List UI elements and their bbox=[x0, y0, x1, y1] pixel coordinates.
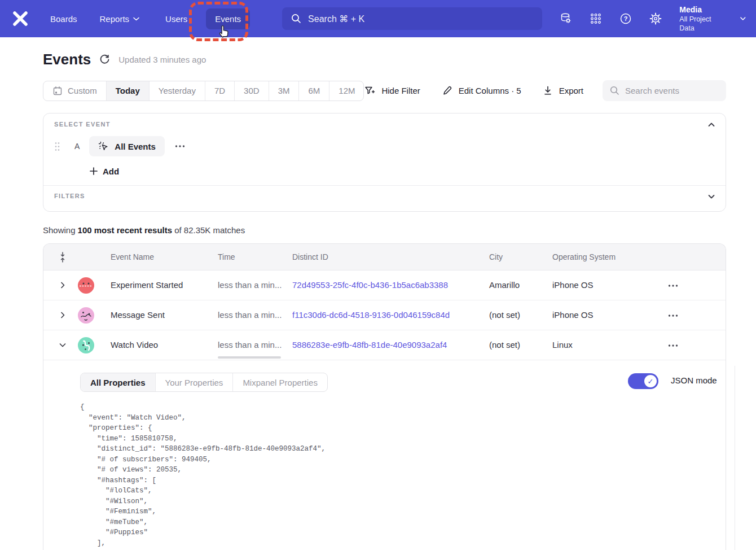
table-row[interactable]: Experiment Started less than a min... 72… bbox=[43, 270, 726, 300]
sort-order-icon[interactable] bbox=[59, 251, 66, 263]
collapse-row-icon[interactable] bbox=[58, 341, 67, 350]
summary-prefix: Showing bbox=[43, 225, 76, 235]
tab-your-properties[interactable]: Your Properties bbox=[155, 373, 233, 391]
collapse-section-icon[interactable] bbox=[707, 120, 716, 129]
export-button[interactable]: Export bbox=[543, 85, 583, 96]
table-row-expanded[interactable]: Watch Video less than a min... 5886283e-… bbox=[43, 330, 726, 360]
cell-distinct-id[interactable]: f11c30d6-dc6d-4518-9136-0d046159c84d bbox=[292, 300, 450, 330]
step-letter: A bbox=[74, 142, 80, 151]
column-header-city: City bbox=[489, 244, 503, 270]
results-summary: Showing 100 most recent results of 82.35… bbox=[43, 225, 245, 235]
json-mode-label: JSON mode bbox=[671, 376, 717, 385]
tab-all-properties[interactable]: All Properties bbox=[81, 373, 155, 391]
json-line: "#Puppies" bbox=[80, 527, 326, 538]
date-range-label: Yesterday bbox=[159, 86, 196, 95]
date-range-6m[interactable]: 6M bbox=[298, 81, 329, 101]
date-range-selector: Custom Today Yesterday 7D 30D 3M 6M 12M bbox=[43, 81, 364, 101]
json-line: ], bbox=[80, 538, 326, 549]
search-icon bbox=[610, 86, 619, 95]
expand-row-icon[interactable] bbox=[58, 311, 67, 320]
panel-scrollbar-track[interactable] bbox=[735, 366, 735, 550]
json-line: "#meTube", bbox=[80, 517, 326, 528]
row-actions-button[interactable] bbox=[666, 309, 680, 322]
apps-grid-icon[interactable] bbox=[590, 12, 602, 25]
section-divider bbox=[43, 185, 726, 186]
global-search-label: Search ⌘ + K bbox=[308, 14, 364, 24]
expand-filters-icon[interactable] bbox=[707, 192, 716, 201]
hide-filter-label: Hide Filter bbox=[381, 86, 420, 95]
horizontal-scrollbar[interactable] bbox=[218, 356, 281, 359]
search-events-input[interactable] bbox=[603, 80, 726, 101]
cursor-pointer-icon bbox=[218, 24, 231, 38]
nav-item-users[interactable]: Users bbox=[165, 14, 187, 24]
settings-gear-icon[interactable] bbox=[649, 12, 662, 25]
nav-item-label: Reports bbox=[100, 14, 130, 24]
nav-item-reports[interactable]: Reports bbox=[100, 14, 140, 24]
help-icon[interactable]: ? bbox=[619, 12, 632, 25]
query-builder-card: SELECT EVENT A bbox=[43, 113, 726, 212]
json-viewer: { "event": "Watch Video", "properties": … bbox=[80, 402, 326, 548]
date-range-label: Custom bbox=[68, 86, 97, 95]
column-header-distinct-id: Distinct ID bbox=[292, 244, 328, 270]
cell-distinct-id[interactable]: 72d49553-25fc-4f0c-b436-1b5ac6ab3388 bbox=[292, 270, 448, 300]
cell-time: less than a min... bbox=[218, 300, 282, 330]
edit-columns-button[interactable]: Edit Columns · 5 bbox=[442, 85, 521, 96]
cell-os: iPhone OS bbox=[552, 300, 594, 330]
svg-text:?: ? bbox=[624, 15, 628, 22]
event-selector-chip[interactable]: All Events bbox=[89, 136, 165, 156]
edit-columns-label: Edit Columns · 5 bbox=[459, 86, 521, 95]
chevron-down-icon[interactable] bbox=[739, 15, 747, 23]
ellipsis-icon bbox=[175, 145, 185, 147]
json-line: "#lolCats", bbox=[80, 486, 326, 496]
summary-count: 100 most recent results bbox=[78, 225, 173, 235]
row-actions-button[interactable] bbox=[666, 279, 680, 293]
table-row[interactable]: Message Sent less than a min... f11c30d6… bbox=[43, 300, 726, 330]
cell-event-name: Experiment Started bbox=[111, 270, 183, 300]
json-line: "#hashtags": [ bbox=[80, 475, 326, 486]
nav-item-boards[interactable]: Boards bbox=[50, 14, 77, 24]
json-line: "# of views": 20535, bbox=[80, 465, 326, 475]
nav-item-label: Boards bbox=[50, 14, 77, 24]
cell-distinct-id[interactable]: 5886283e-e9fb-48fb-81de-40e9093a2af4 bbox=[292, 330, 447, 360]
date-range-7d[interactable]: 7D bbox=[205, 81, 234, 101]
json-mode-toggle[interactable]: ✓ bbox=[628, 373, 658, 389]
filters-label: FILTERS bbox=[54, 193, 85, 199]
date-range-today[interactable]: Today bbox=[106, 81, 149, 101]
event-more-options-button[interactable] bbox=[174, 140, 186, 152]
refresh-icon[interactable] bbox=[99, 54, 110, 65]
mixpanel-logo[interactable] bbox=[11, 10, 29, 28]
date-range-12m[interactable]: 12M bbox=[329, 81, 364, 101]
global-search-button[interactable]: Search ⌘ + K bbox=[282, 7, 542, 30]
date-range-label: 12M bbox=[339, 86, 355, 95]
ellipsis-icon bbox=[668, 285, 678, 287]
date-range-yesterday[interactable]: Yesterday bbox=[149, 81, 205, 101]
event-detail-panel: All Properties Your Properties Mixpanel … bbox=[43, 360, 726, 550]
page-title: Events bbox=[43, 51, 91, 68]
cell-time: less than a min... bbox=[218, 270, 282, 300]
table-actions: Hide Filter Edit Columns · 5 Export bbox=[364, 80, 726, 101]
pencil-icon bbox=[442, 85, 452, 96]
json-line: "distinct_id": "5886283e-e9fb-48fb-81de-… bbox=[80, 444, 326, 455]
add-event-button[interactable]: Add bbox=[90, 164, 119, 178]
date-range-custom[interactable]: Custom bbox=[43, 81, 106, 101]
expand-row-icon[interactable] bbox=[58, 281, 67, 290]
nav-item-label: Users bbox=[165, 14, 187, 24]
events-table: Event Name Time Distinct ID City Operati… bbox=[43, 243, 726, 550]
event-avatar bbox=[78, 307, 94, 324]
date-range-30d[interactable]: 30D bbox=[234, 81, 269, 101]
cell-city: (not set) bbox=[489, 330, 520, 360]
plus-icon bbox=[90, 167, 98, 175]
json-line: "# of subscribers": 949405, bbox=[80, 455, 326, 465]
hide-filter-button[interactable]: Hide Filter bbox=[364, 85, 420, 96]
row-actions-button[interactable] bbox=[666, 339, 680, 352]
date-range-label: 7D bbox=[214, 86, 225, 95]
cell-time: less than a min... bbox=[218, 330, 282, 360]
tab-mixpanel-properties[interactable]: Mixpanel Properties bbox=[232, 373, 327, 391]
controls-row: Custom Today Yesterday 7D 30D 3M 6M 12M … bbox=[43, 80, 726, 101]
data-management-icon[interactable] bbox=[560, 12, 572, 25]
date-range-label: Today bbox=[116, 86, 140, 95]
project-switcher[interactable]: Media All Project Data bbox=[679, 5, 727, 33]
json-line: "time": 1585810758, bbox=[80, 434, 326, 444]
date-range-3m[interactable]: 3M bbox=[269, 81, 299, 101]
drag-handle-icon[interactable] bbox=[54, 142, 60, 151]
